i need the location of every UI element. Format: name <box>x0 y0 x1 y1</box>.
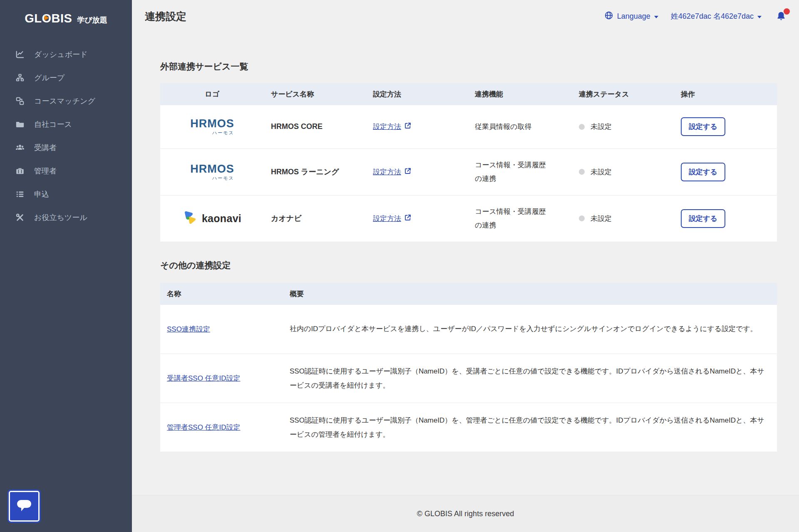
main-column: 連携設定 Language 姓462e7dac 名462e7dac <box>132 0 799 532</box>
column-header-action: 操作 <box>674 83 777 105</box>
sidebar-item-label: ダッシュボード <box>34 49 88 60</box>
configure-button[interactable]: 設定する <box>681 209 725 228</box>
admin-sso-id-settings-link[interactable]: 管理者SSO 任意ID設定 <box>167 423 241 431</box>
setting-description: SSO認証時に使用するユーザー識別子（NameID）を、受講者ごとに任意の値で設… <box>283 354 777 403</box>
notification-unread-dot <box>784 8 790 15</box>
setting-description: 社内のIDプロバイダと本サービスを連携し、ユーザーがID／パスワードを入力せずに… <box>283 305 777 354</box>
copyright-text: © GLOBIS All rights reserved <box>417 510 514 518</box>
service-status-cell: 未設定 <box>572 148 674 195</box>
hrmos-logo: HRMOS ハーモス <box>190 117 234 136</box>
tools-icon <box>15 213 25 223</box>
language-switcher[interactable]: Language <box>604 11 658 22</box>
status-dot-icon <box>579 124 585 130</box>
service-name: カオナビ <box>264 195 366 242</box>
user-name: 姓462e7dac 名462e7dac <box>671 11 754 21</box>
line-chart-icon <box>15 49 25 59</box>
column-header-service-name: サービス名称 <box>264 83 366 105</box>
service-logo-cell: HRMOS ハーモス <box>160 105 264 148</box>
how-to-configure-link[interactable]: 設定方法 <box>373 214 401 223</box>
table-row: SSO連携設定 社内のIDプロバイダと本サービスを連携し、ユーザーがID／パスワ… <box>160 305 777 354</box>
column-header-status: 連携ステータス <box>572 83 674 105</box>
sidebar: GLOBIS 学び放題 ダッシュボード グループ <box>0 0 132 532</box>
service-logo-cell: HRMOS ハーモス <box>160 148 264 195</box>
service-feature: コース情報・受講履歴の連携 <box>468 148 572 195</box>
language-label: Language <box>617 12 650 21</box>
table-row: HRMOS ハーモス HRMOS CORE 設定方法 <box>160 105 777 148</box>
other-section-title: その他の連携設定 <box>160 260 777 271</box>
hrmos-logo-subtext: ハーモス <box>212 130 234 136</box>
service-feature: 従業員情報の取得 <box>468 105 572 148</box>
sidebar-item-label: 申込 <box>34 189 49 200</box>
table-row: HRMOS ハーモス HRMOS ラーニング 設定方法 <box>160 148 777 195</box>
top-bar: 連携設定 Language 姓462e7dac 名462e7dac <box>132 0 799 32</box>
external-link-icon <box>404 167 412 177</box>
sidebar-item-tools[interactable]: お役立ちツール <box>0 206 132 229</box>
folder-icon <box>15 119 25 129</box>
configure-button[interactable]: 設定する <box>681 163 725 181</box>
chat-launcher-button[interactable] <box>9 491 40 522</box>
hrmos-logo: HRMOS ハーモス <box>190 163 234 181</box>
sidebar-item-groups[interactable]: グループ <box>0 66 132 89</box>
org-chart-icon <box>15 73 25 83</box>
table-row: kaonavi カオナビ 設定方法 <box>160 195 777 242</box>
table-header-row: ロゴ サービス名称 設定方法 連携機能 連携ステータス 操作 <box>160 83 777 105</box>
hrmos-logo-subtext: ハーモス <box>212 175 234 181</box>
service-logo-cell: kaonavi <box>160 195 264 242</box>
briefcase-icon <box>15 166 25 176</box>
kaonavi-logo-text: kaonavi <box>202 213 241 225</box>
chat-bubble-icon <box>15 498 33 515</box>
sidebar-item-label: お役立ちツール <box>34 212 87 223</box>
service-feature: コース情報・受講履歴の連携 <box>468 195 572 242</box>
sidebar-item-label: グループ <box>34 72 65 83</box>
globe-icon <box>604 11 613 22</box>
status-dot-icon <box>579 169 585 175</box>
configure-button[interactable]: 設定する <box>681 117 725 136</box>
service-status-cell: 未設定 <box>572 195 674 242</box>
external-link-icon <box>404 214 412 223</box>
table-header-row: 名称 概要 <box>160 283 777 305</box>
sidebar-item-course-matching[interactable]: コースマッチング <box>0 89 132 113</box>
status-label: 未設定 <box>591 167 612 177</box>
sidebar-nav: ダッシュボード グループ コースマッチング <box>0 43 132 229</box>
caret-down-icon <box>757 16 762 18</box>
column-header-logo: ロゴ <box>160 83 264 105</box>
sidebar-item-dashboard[interactable]: ダッシュボード <box>0 43 132 66</box>
notification-bell-button[interactable] <box>776 11 787 22</box>
top-bar-right: Language 姓462e7dac 名462e7dac <box>604 11 787 22</box>
hrmos-logo-text: HRMOS <box>190 163 234 176</box>
course-matching-icon <box>15 96 25 106</box>
external-link-icon <box>404 122 412 131</box>
service-name: HRMOS CORE <box>264 105 366 148</box>
service-status-cell: 未設定 <box>572 105 674 148</box>
list-icon <box>15 189 25 199</box>
status-label: 未設定 <box>591 214 612 223</box>
table-row: 管理者SSO 任意ID設定 SSO認証時に使用するユーザー識別子（NameID）… <box>160 403 777 452</box>
kaonavi-logo: kaonavi <box>183 210 241 227</box>
sidebar-item-label: コースマッチング <box>34 96 95 106</box>
brand-suffix: 学び放題 <box>77 15 107 25</box>
sidebar-item-company-courses[interactable]: 自社コース <box>0 113 132 136</box>
brand-logo: GLOBIS 学び放題 <box>0 0 132 29</box>
users-icon <box>15 143 25 153</box>
hrmos-logo-text: HRMOS <box>190 117 234 130</box>
kaonavi-mark-icon <box>183 210 198 227</box>
learner-sso-id-settings-link[interactable]: 受講者SSO 任意ID設定 <box>167 374 241 382</box>
setting-description: SSO認証時に使用するユーザー識別子（NameID）を、管理者ごとに任意の値で設… <box>283 403 777 452</box>
sidebar-item-label: 自社コース <box>34 119 72 130</box>
external-services-table: ロゴ サービス名称 設定方法 連携機能 連携ステータス 操作 HRMOS ハーモ… <box>160 83 777 242</box>
sso-settings-link[interactable]: SSO連携設定 <box>167 325 210 333</box>
how-to-configure-link[interactable]: 設定方法 <box>373 122 401 131</box>
sidebar-item-label: 管理者 <box>34 166 57 176</box>
column-header-summary: 概要 <box>283 283 777 305</box>
how-to-configure-link[interactable]: 設定方法 <box>373 167 401 177</box>
column-header-name: 名称 <box>160 283 283 305</box>
table-row: 受講者SSO 任意ID設定 SSO認証時に使用するユーザー識別子（NameID）… <box>160 354 777 403</box>
user-menu[interactable]: 姓462e7dac 名462e7dac <box>671 11 762 21</box>
sidebar-item-label: 受講者 <box>34 142 57 153</box>
status-label: 未設定 <box>591 122 612 131</box>
play-triangle-icon <box>45 15 49 20</box>
sidebar-item-admins[interactable]: 管理者 <box>0 159 132 183</box>
column-header-feature: 連携機能 <box>468 83 572 105</box>
sidebar-item-learners[interactable]: 受講者 <box>0 136 132 159</box>
sidebar-item-applications[interactable]: 申込 <box>0 183 132 206</box>
